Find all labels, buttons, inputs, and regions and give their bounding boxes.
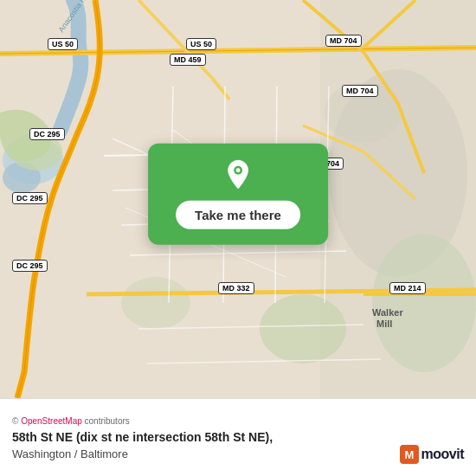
- location-pin-icon: [222, 159, 254, 190]
- moovit-brand-icon: M: [400, 445, 419, 464]
- osm-copyright: ©: [12, 416, 18, 426]
- road-badge-md704-2: MD 704: [342, 85, 378, 97]
- svg-text:Walker: Walker: [372, 307, 403, 318]
- osm-credit: © OpenStreetMap contributors: [12, 416, 464, 426]
- take-me-there-button[interactable]: Take me there: [176, 201, 300, 229]
- location-subtitle: Washington / Baltimore: [12, 447, 464, 460]
- road-badge-dc295-3: DC 295: [12, 260, 48, 272]
- take-me-there-overlay: Take me there: [148, 144, 328, 245]
- location-title: 58th St NE (dix st ne intersection 58th …: [12, 429, 464, 445]
- bottom-bar: © OpenStreetMap contributors 58th St NE …: [0, 398, 476, 476]
- osm-link[interactable]: OpenStreetMap: [21, 416, 82, 426]
- road-badge-md332: MD 332: [218, 282, 254, 294]
- svg-point-7: [260, 294, 346, 363]
- svg-point-8: [121, 277, 190, 329]
- green-card: Take me there: [148, 144, 328, 245]
- moovit-brand-text: moovit: [421, 447, 464, 462]
- road-badge-us50-1: US 50: [48, 38, 78, 50]
- svg-text:M: M: [404, 448, 414, 461]
- road-badge-md214: MD 214: [389, 282, 426, 294]
- road-badge-md459: MD 459: [170, 54, 206, 66]
- road-badge-dc295-1: DC 295: [29, 128, 65, 140]
- svg-text:Mill: Mill: [376, 318, 392, 329]
- svg-point-6: [372, 234, 476, 372]
- road-badge-us50-2: US 50: [186, 38, 216, 50]
- svg-point-14: [236, 168, 241, 172]
- map-container: Walker Mill Anacostia river US 50 US 50 …: [0, 0, 476, 398]
- osm-contributors-text: contributors: [85, 416, 130, 426]
- moovit-logo: M moovit: [400, 445, 464, 464]
- road-badge-md704-1: MD 704: [325, 35, 362, 47]
- road-badge-dc295-2: DC 295: [12, 192, 48, 204]
